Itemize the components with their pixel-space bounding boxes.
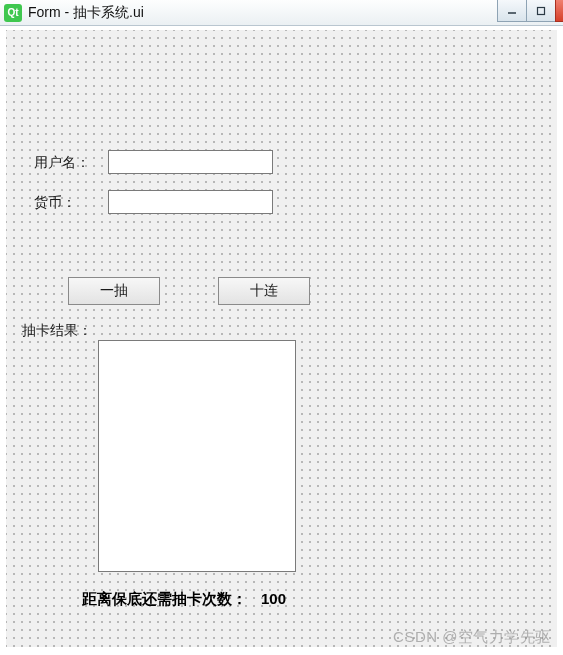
form-canvas: 用户名： 货币： 一抽 十连 抽卡结果： 距离保底还需抽卡次数： 100 bbox=[6, 30, 557, 647]
qt-app-icon: Qt bbox=[4, 4, 22, 22]
single-pull-button[interactable]: 一抽 bbox=[68, 277, 160, 305]
username-input[interactable] bbox=[108, 150, 273, 174]
minimize-icon bbox=[507, 6, 517, 16]
currency-input[interactable] bbox=[108, 190, 273, 214]
results-box bbox=[98, 340, 296, 572]
window-title: Form - 抽卡系统.ui bbox=[28, 4, 144, 22]
pity-label: 距离保底还需抽卡次数： bbox=[82, 590, 247, 609]
window-controls bbox=[498, 0, 563, 22]
pity-row: 距离保底还需抽卡次数： 100 bbox=[82, 590, 286, 609]
title-bar: Qt Form - 抽卡系统.ui bbox=[0, 0, 563, 26]
username-label: 用户名： bbox=[34, 154, 90, 172]
results-label: 抽卡结果： bbox=[22, 322, 92, 340]
svg-rect-1 bbox=[538, 7, 545, 14]
maximize-icon bbox=[536, 6, 546, 16]
minimize-button[interactable] bbox=[497, 0, 527, 22]
pity-value: 100 bbox=[261, 590, 286, 609]
currency-label: 货币： bbox=[34, 194, 76, 212]
ten-pull-button[interactable]: 十连 bbox=[218, 277, 310, 305]
close-button[interactable] bbox=[555, 0, 563, 22]
maximize-button[interactable] bbox=[526, 0, 556, 22]
